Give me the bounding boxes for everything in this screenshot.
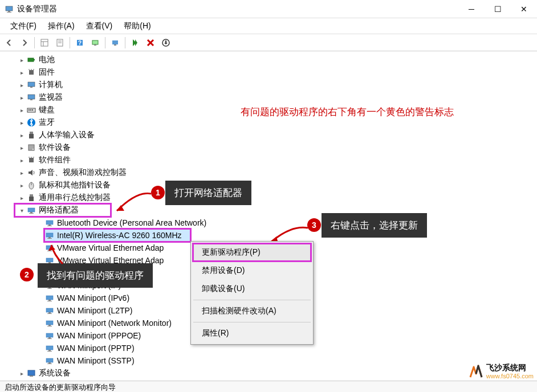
maximize-button[interactable]: ☐ <box>485 0 511 18</box>
tree-node-label: 通用串行总线控制器 <box>39 193 111 203</box>
svg-rect-28 <box>30 109 31 111</box>
chevron-right-icon[interactable]: ▸ <box>17 70 26 76</box>
chevron-right-icon[interactable]: ▸ <box>17 82 26 88</box>
tree-node-label: 键盘 <box>39 105 55 115</box>
tree-node-3[interactable]: ▸监视器 <box>0 91 537 104</box>
tree-node-1[interactable]: ▸固件 <box>0 66 537 79</box>
tree-node-label: WAN Miniport (Network Monitor) <box>57 318 172 328</box>
tree-node-label: 固件 <box>39 67 55 77</box>
forward-button[interactable] <box>18 36 31 50</box>
tree-node-11[interactable]: ▸通用串行总线控制器 <box>0 191 537 204</box>
svg-rect-3 <box>41 39 48 46</box>
svg-rect-81 <box>47 364 52 364</box>
svg-rect-68 <box>48 312 51 313</box>
svg-rect-48 <box>47 226 52 226</box>
tree-node-system-device[interactable]: ▸系统设备 <box>0 367 537 379</box>
tree-node-adapter-11[interactable]: WAN Miniport (SSTP) <box>0 354 537 367</box>
chevron-right-icon[interactable]: ▸ <box>17 57 26 63</box>
tree-node-label: 监视器 <box>39 92 63 103</box>
uninstall-button[interactable] <box>144 36 157 50</box>
net-icon <box>44 306 55 315</box>
usb-icon <box>26 130 36 140</box>
chevron-right-icon[interactable]: ▸ <box>17 95 26 101</box>
svg-rect-72 <box>47 326 52 326</box>
chevron-right-icon[interactable]: ▸ <box>17 145 26 151</box>
svg-rect-41 <box>30 194 33 197</box>
help-button[interactable]: ? <box>73 36 87 50</box>
watermark: 飞沙系统网 www.fs0745.com <box>468 364 534 379</box>
tree-node-9[interactable]: ▸声音、视频和游戏控制器 <box>0 166 537 179</box>
status-text: 启动所选设备的更新驱动程序向导 <box>5 383 116 391</box>
menu-file[interactable]: 文件(F) <box>5 19 42 34</box>
svg-rect-12 <box>94 44 96 46</box>
tree-node-2[interactable]: ▸计算机 <box>0 79 537 91</box>
svg-rect-13 <box>112 40 118 44</box>
menu-view[interactable]: 查看(V) <box>80 19 119 34</box>
disk-icon <box>26 143 36 152</box>
chevron-right-icon[interactable]: ▸ <box>17 107 26 113</box>
enable-button[interactable] <box>128 36 142 50</box>
chevron-right-icon[interactable]: ▸ <box>17 120 26 126</box>
tree-node-6[interactable]: ▸人体学输入设备 <box>0 129 537 141</box>
svg-rect-74 <box>48 337 51 338</box>
svg-rect-80 <box>48 362 51 364</box>
chevron-right-icon[interactable]: ▸ <box>17 195 26 201</box>
menu-action[interactable]: 操作(A) <box>42 19 80 34</box>
back-button[interactable] <box>2 36 16 50</box>
ctx-properties[interactable]: 属性(R) <box>193 324 311 342</box>
tree-node-7[interactable]: ▸软件设备 <box>0 141 537 154</box>
ctx-scan-hardware[interactable]: 扫描检测硬件改动(A) <box>193 302 311 320</box>
net-icon <box>44 318 55 328</box>
show-tree-button[interactable] <box>38 36 51 50</box>
menu-help[interactable]: 帮助(H) <box>118 19 156 34</box>
tree-node-0[interactable]: ▸电池 <box>0 54 537 66</box>
ctx-disable-device[interactable]: 禁用设备(D) <box>193 262 311 280</box>
mouse-icon <box>26 181 36 190</box>
svg-rect-46 <box>46 220 53 224</box>
tree-node-label: WAN Miniport (SSTP) <box>57 356 135 365</box>
context-menu: 更新驱动程序(P) 禁用设备(D) 卸载设备(U) 扫描检测硬件改动(A) 属性… <box>190 241 314 345</box>
tree-node-label: 网络适配器 <box>39 205 79 215</box>
refresh-button[interactable] <box>159 36 173 50</box>
svg-rect-47 <box>48 224 51 226</box>
scan-button[interactable] <box>88 36 102 50</box>
tree-node-label: Bluetooth Device (Personal Area Network) <box>57 218 206 227</box>
tree-node-adapter-1[interactable]: Intel(R) Wireless-AC 9260 160MHz <box>44 229 190 242</box>
battery-icon <box>26 55 36 64</box>
properties-button[interactable] <box>53 36 67 50</box>
minimize-button[interactable]: ─ <box>458 0 485 18</box>
device-tree[interactable]: ▸电池▸固件▸计算机▸监视器▸键盘▸蓝牙▸人体学输入设备▸软件设备▸软件组件▸声… <box>0 51 537 381</box>
monitor-icon <box>26 80 36 89</box>
svg-rect-83 <box>30 375 33 377</box>
tree-node-label: 软件组件 <box>39 155 71 165</box>
svg-rect-49 <box>46 233 53 237</box>
net-icon <box>26 206 36 215</box>
chevron-right-icon[interactable]: ▸ <box>17 370 26 377</box>
tree-node-network-adapter[interactable]: ▾网络适配器 <box>15 204 111 217</box>
svg-rect-35 <box>29 158 34 162</box>
tree-node-8[interactable]: ▸软件组件 <box>0 154 537 166</box>
chevron-right-icon[interactable]: ▸ <box>17 182 26 189</box>
chevron-right-icon[interactable]: ▸ <box>17 157 26 164</box>
window-title: 设备管理器 <box>17 4 458 14</box>
net-icon <box>44 344 55 353</box>
chevron-right-icon[interactable]: ▸ <box>17 132 26 138</box>
chevron-down-icon[interactable]: ▾ <box>17 207 26 214</box>
svg-rect-16 <box>28 58 34 62</box>
svg-rect-17 <box>34 59 35 60</box>
tree-node-10[interactable]: ▸鼠标和其他指针设备 <box>0 179 537 191</box>
tree-node-label: 软件设备 <box>39 142 71 153</box>
net-icon <box>44 231 55 240</box>
keyboard-icon <box>26 105 36 115</box>
svg-rect-14 <box>114 44 116 46</box>
ctx-uninstall-device[interactable]: 卸载设备(U) <box>193 280 311 298</box>
svg-rect-51 <box>47 238 52 239</box>
sys-icon <box>26 369 36 378</box>
watermark-logo-icon <box>468 364 484 379</box>
svg-rect-69 <box>47 313 52 314</box>
close-button[interactable]: ✕ <box>511 0 537 18</box>
chevron-right-icon[interactable]: ▸ <box>17 170 26 176</box>
update-driver-button[interactable] <box>108 36 122 50</box>
usb-icon <box>26 193 36 202</box>
ctx-update-driver[interactable]: 更新驱动程序(P) <box>193 243 311 262</box>
